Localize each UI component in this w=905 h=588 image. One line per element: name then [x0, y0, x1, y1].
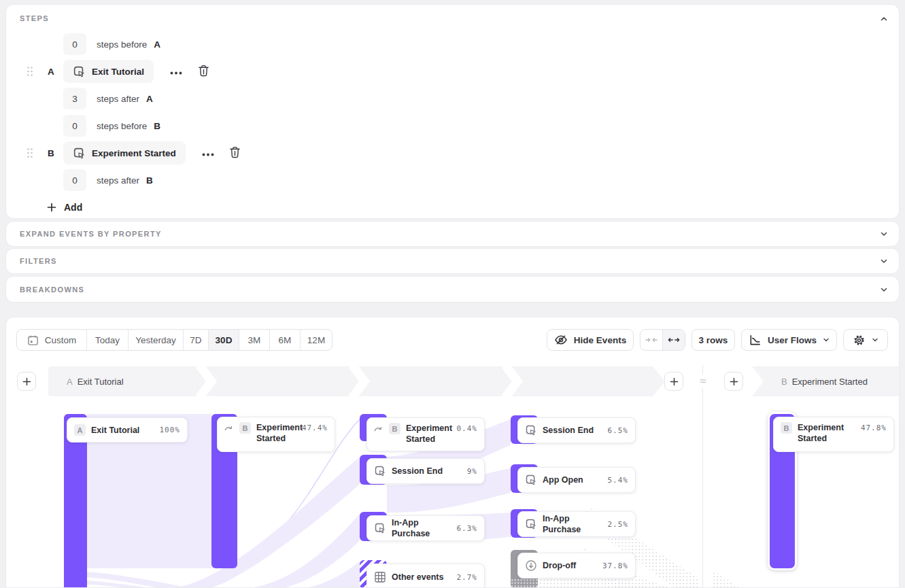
step-a-event-label: Exit Tutorial: [92, 67, 144, 77]
grid-icon: [374, 571, 386, 583]
add-step-after-button[interactable]: [664, 372, 683, 391]
hide-events-button[interactable]: Hide Events: [547, 329, 634, 351]
step-a-event-button[interactable]: Exit Tutorial: [63, 60, 154, 83]
calendar-icon: [27, 334, 39, 346]
chevron-up-icon: [880, 15, 888, 25]
node-card-in-app-purchase-1[interactable]: In-App Purchase 6.3%: [366, 515, 485, 541]
collapse-steps-button[interactable]: [877, 13, 891, 27]
node-card-session-end-1[interactable]: Session End 9%: [366, 458, 485, 484]
node-card-experiment-started-2[interactable]: B Experiment Started 0.4%: [366, 417, 485, 451]
node-label: In-App Purchase: [392, 517, 451, 539]
step-name: Exit Tutorial: [78, 377, 124, 387]
steps-after-b-input[interactable]: 0: [63, 169, 86, 191]
date-range-today[interactable]: Today: [87, 330, 129, 350]
steps-after-a-row: 3 steps after A: [6, 85, 899, 112]
view-selector-button[interactable]: User Flows: [741, 329, 837, 351]
step-a-delete-button[interactable]: [196, 64, 211, 79]
node-percent: 5.4%: [608, 476, 629, 485]
node-percent: 0.4%: [457, 424, 478, 433]
node-card-experiment-started-b[interactable]: B Experiment Started 47.8%: [773, 417, 894, 452]
flow-arrow-icon: [224, 424, 234, 432]
rows-count-label: 3 rows: [699, 335, 728, 345]
add-step-button[interactable]: Add: [47, 196, 108, 218]
add-step-before-button[interactable]: [17, 372, 36, 391]
node-percent: 6.3%: [457, 524, 478, 533]
add-step-label: Add: [64, 202, 82, 213]
steps-after-a-input[interactable]: 3: [63, 88, 86, 109]
steps-panel: STEPS 0 steps before A A Exit Tutorial 3…: [5, 4, 900, 219]
eye-off-icon: [554, 333, 568, 347]
step-badge: B: [239, 422, 251, 434]
node-card-in-app-purchase-2[interactable]: In-App Purchase 2.5%: [517, 511, 636, 537]
header-step-b: BExperiment Started: [781, 377, 868, 387]
chevron-down-icon: [823, 336, 830, 343]
step-a-more-button[interactable]: [169, 64, 184, 79]
node-label: Other events: [392, 572, 451, 583]
event-icon: [374, 522, 386, 534]
date-range-30d[interactable]: 30D: [209, 330, 239, 350]
date-range-yesterday[interactable]: Yesterday: [129, 330, 184, 350]
node-label: Session End: [543, 425, 602, 436]
more-dots-icon: [202, 148, 214, 158]
flow-arrow-icon: [374, 425, 383, 432]
step-b-more-button[interactable]: [201, 145, 216, 160]
node-label: Session End: [392, 466, 462, 477]
step-b-event-button[interactable]: Experiment Started: [63, 141, 186, 165]
steps-before-b-input[interactable]: 0: [63, 115, 86, 137]
plus-icon: [670, 377, 679, 386]
date-range-7d[interactable]: 7D: [184, 330, 209, 350]
chevron-down-icon: [880, 257, 888, 265]
node-card-app-open[interactable]: App Open 5.4%: [517, 467, 636, 493]
section-label: BREAKDOWNS: [20, 286, 84, 294]
rows-count-button[interactable]: 3 rows: [691, 329, 735, 351]
date-range-3m[interactable]: 3M: [239, 330, 270, 350]
node-card-exit-tutorial[interactable]: A Exit Tutorial 100%: [67, 417, 188, 443]
step-b-delete-button[interactable]: [228, 145, 243, 160]
node-percent: 100%: [160, 426, 181, 434]
node-card-drop-off[interactable]: Drop-off 37.8%: [517, 553, 636, 578]
section-breakdowns[interactable]: BREAKDOWNS: [5, 276, 900, 302]
arrows-inward-icon: [645, 336, 658, 344]
date-range-12m[interactable]: 12M: [301, 330, 332, 350]
date-range-6m[interactable]: 6M: [270, 330, 301, 350]
step-ref-letter: B: [146, 175, 153, 186]
steps-panel-title: STEPS: [20, 14, 49, 22]
node-card-other-events[interactable]: Other events 2.7%: [366, 564, 485, 588]
step-b-event-label: Experiment Started: [92, 148, 176, 158]
step-badge: B: [389, 423, 400, 434]
add-step-before-b-button[interactable]: [724, 372, 743, 391]
steps-after-label: steps after: [97, 94, 139, 104]
column-separator-chevrons: [48, 366, 665, 396]
event-icon: [374, 465, 386, 477]
more-dots-icon: [170, 67, 182, 77]
flow-width-toggle: [640, 329, 685, 351]
node-card-experiment-started-1[interactable]: B Experiment Started 47.4%: [217, 417, 335, 452]
sankey-ribbons: [6, 317, 900, 588]
steps-before-a-input[interactable]: 0: [63, 33, 86, 55]
flow-column-header-a[interactable]: AExit Tutorial: [48, 366, 665, 396]
event-icon: [525, 474, 537, 486]
section-expand-events-by-property[interactable]: EXPAND EVENTS BY PROPERTY: [5, 221, 900, 247]
drop-off-dots-texture: [511, 578, 538, 588]
section-filters[interactable]: FILTERS: [5, 248, 900, 274]
flow-break-symbol: ≈: [694, 375, 713, 388]
flow-column-header-b[interactable]: BExperiment Started: [752, 366, 900, 396]
drag-handle[interactable]: [27, 66, 33, 77]
collapse-columns-button[interactable]: [641, 330, 663, 350]
plus-icon: [730, 377, 738, 386]
flow-panel: Custom Today Yesterday 7D 30D 3M 6M 12M …: [5, 317, 900, 588]
expand-columns-button[interactable]: [663, 330, 685, 350]
node-card-session-end-2[interactable]: Session End 6.5%: [517, 417, 636, 443]
settings-button[interactable]: [843, 329, 888, 351]
user-flows-icon: [749, 334, 762, 347]
step-name: Experiment Started: [792, 377, 868, 387]
node-label: Experiment Started: [798, 422, 855, 444]
section-label: EXPAND EVENTS BY PROPERTY: [20, 230, 162, 238]
date-range-custom[interactable]: Custom: [17, 330, 87, 350]
drag-handle[interactable]: [27, 148, 33, 158]
node-percent: 47.4%: [302, 423, 328, 432]
node-label: Experiment Started: [406, 423, 451, 445]
chevron-down-icon: [880, 230, 888, 238]
step-a-row: A Exit Tutorial: [6, 58, 899, 85]
event-icon: [525, 518, 537, 530]
